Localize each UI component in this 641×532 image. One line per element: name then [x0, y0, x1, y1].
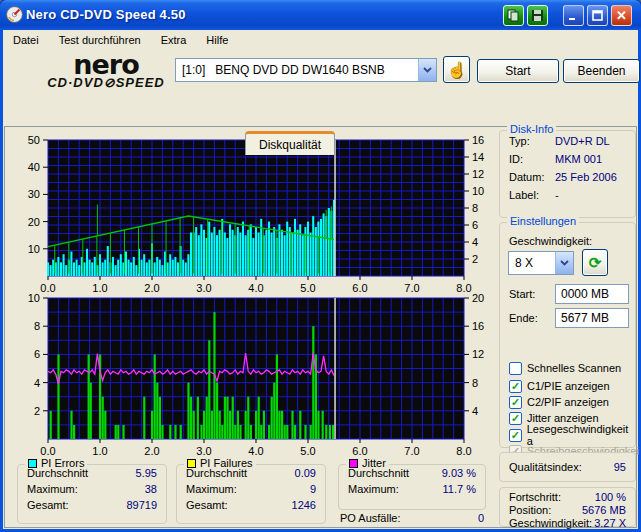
copy-button[interactable] [503, 5, 524, 26]
checkbox-read-speed[interactable]: ✓ Lesegeschwindigkeit a [509, 428, 635, 442]
quit-button[interactable]: Beenden [563, 59, 640, 83]
svg-text:6: 6 [34, 348, 40, 360]
speed-select-arrow[interactable] [555, 252, 573, 274]
start-position-label: Start: [509, 288, 535, 300]
svg-text:3.0: 3.0 [196, 445, 211, 457]
svg-text:12: 12 [472, 348, 484, 360]
minimize-button[interactable] [563, 5, 584, 26]
svg-text:4: 4 [34, 377, 40, 389]
minimize-icon [568, 10, 579, 21]
pi-failures-group: PI Failures Durchschnitt0.09 Maximum:9 G… [176, 464, 326, 524]
disk-date-row: Datum: 25 Feb 2006 [500, 167, 635, 185]
drive-options-button[interactable]: ☝ [443, 56, 470, 83]
menu-hilfe[interactable]: Hilfe [204, 33, 230, 47]
svg-text:6.0: 6.0 [352, 445, 367, 457]
checkbox-fast-scan[interactable]: ✓ Schnelles Scannen [509, 361, 621, 375]
start-position-input[interactable]: 0000 MB [555, 284, 629, 304]
end-position-label: Ende: [509, 312, 538, 324]
svg-text:10: 10 [28, 292, 40, 304]
save-icon [531, 9, 544, 22]
position-row: Position: 5676 MB [500, 504, 635, 516]
svg-text:1.0: 1.0 [92, 282, 107, 292]
svg-text:4: 4 [472, 405, 478, 417]
svg-text:0.0: 0.0 [40, 445, 55, 457]
svg-text:8: 8 [34, 320, 40, 332]
copy-icon [507, 9, 520, 22]
refresh-icon: ⟳ [589, 255, 602, 270]
menu-extra[interactable]: Extra [159, 33, 189, 47]
svg-text:4.0: 4.0 [248, 282, 263, 292]
svg-text:8: 8 [472, 202, 478, 214]
po-failures-row: PO Ausfälle: 0 [340, 512, 484, 524]
disk-label-value: - [555, 189, 559, 201]
checkbox-c2-pif[interactable]: ✓ C2/PIF anzeigen [509, 395, 609, 409]
svg-text:14: 14 [472, 151, 484, 163]
menu-test-durchfuehren[interactable]: Test durchführen [57, 33, 143, 47]
settings-group: Einstellungen Geschwindigkeit: 8 X ⟳ Sta… [499, 222, 636, 448]
svg-text:50: 50 [28, 134, 40, 146]
drive-select[interactable]: [1:0] BENQ DVD DD DW1640 BSNB [175, 58, 437, 82]
disk-info-group: Disk-Info Typ: DVD+R DL ID: MKM 001 Datu… [499, 130, 636, 218]
svg-text:40: 40 [28, 161, 40, 173]
chevron-down-icon [423, 67, 432, 73]
svg-text:4: 4 [472, 236, 478, 248]
tab-diskqualitaet[interactable]: Diskqualität [245, 131, 335, 155]
svg-text:10: 10 [28, 243, 40, 255]
pi-errors-group: PI Errors Durchschnitt5.95 Maximum:38 Ge… [17, 464, 167, 524]
window-title: Nero CD-DVD Speed 4.50 [26, 7, 186, 22]
close-button[interactable]: ✕ [611, 5, 632, 26]
svg-text:2.0: 2.0 [144, 445, 159, 457]
svg-text:16: 16 [472, 320, 484, 332]
progress-row: Fortschritt: 100 % [500, 491, 635, 503]
svg-text:6: 6 [472, 219, 478, 231]
svg-text:2: 2 [34, 405, 40, 417]
checkbox-c1-pie[interactable]: ✓ C1/PIE anzeigen [509, 379, 610, 393]
progress-group: Fortschritt: 100 % Position: 5676 MB Ges… [499, 487, 636, 527]
svg-text:10: 10 [472, 185, 484, 197]
pi-failures-legend-swatch [187, 459, 196, 468]
speed-row: Geschwindigkeit: 3.27 X [500, 517, 635, 529]
quality-index-label: Qualitätsindex: [509, 461, 582, 473]
svg-text:8.0: 8.0 [456, 445, 471, 457]
checkbox-icon: ✓ [509, 412, 522, 425]
maximize-icon [592, 10, 603, 21]
hand-icon: ☝ [447, 61, 466, 79]
jitter-group: Jitter Durchschnitt9.03 % Maximum:11.7 % [338, 464, 486, 510]
checkbox-icon: ✓ [509, 396, 522, 409]
drive-select-arrow[interactable] [418, 59, 436, 81]
svg-text:20: 20 [472, 292, 484, 304]
cdspeed-logo-text: CD·DVD⊘SPEED [31, 76, 181, 90]
disk-date-label: Datum: [509, 171, 555, 183]
svg-text:16: 16 [472, 134, 484, 146]
po-failures-label: PO Ausfälle: [340, 512, 401, 524]
start-button[interactable]: Start [477, 59, 559, 83]
svg-text:3.0: 3.0 [196, 282, 211, 292]
menu-bar: Datei Test durchführen Extra Hilfe [3, 30, 638, 49]
pi-failures-jitter-chart: 246810481216200.01.02.03.04.05.06.07.08.… [3, 292, 499, 462]
svg-text:1.0: 1.0 [92, 445, 107, 457]
speed-select[interactable]: 8 X [508, 251, 574, 275]
checkbox-icon: ✓ [509, 362, 522, 375]
svg-text:8: 8 [472, 377, 478, 389]
po-failures-value: 0 [478, 512, 484, 524]
svg-text:0.0: 0.0 [40, 282, 55, 292]
titlebar[interactable]: Nero CD-DVD Speed 4.50 [0, 0, 641, 30]
jitter-legend-swatch [349, 459, 358, 468]
svg-text:7.0: 7.0 [404, 445, 419, 457]
save-button[interactable] [527, 5, 548, 26]
svg-text:5.0: 5.0 [300, 282, 315, 292]
speed-label: Geschwindigkeit: [509, 235, 592, 247]
nero-logo-text: nero [31, 54, 181, 76]
disk-id-label: ID: [509, 153, 555, 165]
refresh-speed-button[interactable]: ⟳ [582, 249, 608, 276]
app-icon [6, 6, 23, 23]
svg-text:2: 2 [472, 253, 478, 265]
close-icon: ✕ [616, 9, 627, 22]
end-position-input[interactable]: 5677 MB [555, 308, 629, 328]
maximize-button[interactable] [587, 5, 608, 26]
svg-text:5.0: 5.0 [300, 445, 315, 457]
client-area: Datei Test durchführen Extra Hilfe nero … [3, 30, 638, 529]
menu-datei[interactable]: Datei [11, 33, 41, 47]
jitter-title: Jitter [346, 457, 389, 469]
svg-text:2.0: 2.0 [144, 282, 159, 292]
